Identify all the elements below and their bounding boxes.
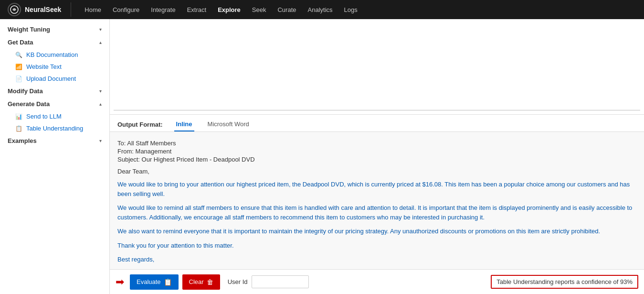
sidebar-item-upload-document[interactable]: 📄 Upload Document [0, 73, 109, 85]
modify-data-chevron: ▾ [99, 88, 102, 94]
logo-text: NeuralSeek [25, 6, 61, 13]
nav-explore[interactable]: Explore [212, 0, 246, 19]
sidebar-item-send-to-llm[interactable]: 📊 Send to LLM [0, 110, 109, 122]
tab-microsoft-word[interactable]: Microsoft Word [206, 118, 251, 131]
email-subject: Subject: Our Highest Priced Item - Deadp… [117, 156, 636, 163]
output-format-label: Output Format: [117, 121, 163, 128]
sidebar-section-examples[interactable]: Examples ▾ [0, 134, 109, 147]
nav-extract[interactable]: Extract [181, 0, 212, 19]
evaluate-icon: 📋 [164, 278, 172, 286]
email-greeting: Dear Team, [117, 168, 636, 175]
sidebar-section-generate-data[interactable]: Generate Data ▴ [0, 98, 109, 110]
nav-analytics[interactable]: Analytics [302, 0, 338, 19]
email-para3: We also want to remind everyone that it … [117, 227, 636, 236]
weight-tuning-label: Weight Tuning [8, 26, 50, 33]
kb-doc-label: KB Documentation [26, 51, 78, 58]
sidebar-item-table-understanding[interactable]: 📋 Table Understanding [0, 122, 109, 134]
generate-data-label: Generate Data [8, 100, 50, 108]
nav-divider [71, 2, 71, 17]
examples-label: Examples [8, 137, 37, 144]
examples-chevron: ▾ [99, 138, 102, 143]
nav-home[interactable]: Home [79, 0, 107, 19]
sidebar-section-weight-tuning[interactable]: Weight Tuning ▾ [0, 23, 109, 36]
logo-icon [8, 3, 21, 16]
nav-logs[interactable]: Logs [338, 0, 363, 19]
nav-configure[interactable]: Configure [107, 0, 145, 19]
table-understanding-icon: 📋 [15, 125, 22, 132]
bottom-bar: ➡ Evaluate 📋 Clear 🗑 User Id Table Under… [110, 269, 644, 294]
email-para2: We would like to remind all staff member… [117, 203, 636, 222]
kb-doc-icon: 🔍 [15, 52, 22, 58]
user-id-label: User Id [228, 278, 248, 285]
sidebar-item-kb-documentation[interactable]: 🔍 KB Documentation [0, 49, 109, 61]
upload-doc-label: Upload Document [26, 75, 76, 82]
main-content: Output Format: Inline Microsoft Word To:… [110, 19, 644, 294]
sidebar-section-get-data[interactable]: Get Data ▴ [0, 36, 109, 49]
modify-data-label: Modify Data [8, 87, 43, 95]
evaluate-button[interactable]: Evaluate 📋 [130, 274, 179, 290]
sidebar: Weight Tuning ▾ Get Data ▴ 🔍 KB Document… [0, 19, 110, 294]
confidence-text: Table Understanding reports a confidence… [496, 278, 633, 285]
email-para1: We would like to bring to your attention… [117, 180, 636, 198]
website-text-label: Website Text [26, 63, 62, 70]
weight-tuning-chevron: ▾ [99, 27, 102, 32]
output-format-bar: Output Format: Inline Microsoft Word [110, 115, 644, 132]
top-navigation: NeuralSeek Home Configure Integrate Extr… [0, 0, 644, 19]
sidebar-section-modify-data[interactable]: Modify Data ▾ [0, 85, 109, 98]
clear-label: Clear [189, 278, 204, 285]
input-textarea-region [110, 19, 644, 115]
email-to: To: All Staff Members [117, 140, 636, 147]
sidebar-item-website-text[interactable]: 📶 Website Text [0, 61, 109, 73]
nav-seek[interactable]: Seek [246, 0, 272, 19]
user-id-input[interactable] [252, 275, 309, 288]
email-best-regards: Best regards, [117, 255, 636, 264]
email-from: From: Management [117, 148, 636, 155]
email-para4: Thank you for your attention to this mat… [117, 241, 636, 250]
clear-button[interactable]: Clear 🗑 [182, 274, 220, 290]
get-data-chevron: ▴ [99, 40, 102, 45]
nav-integrate[interactable]: Integrate [145, 0, 181, 19]
clear-icon: 🗑 [207, 278, 213, 286]
evaluate-label: Evaluate [137, 278, 161, 285]
arrow-indicator: ➡ [116, 276, 124, 288]
tab-inline[interactable]: Inline [174, 118, 194, 131]
main-textarea[interactable] [114, 23, 640, 110]
confidence-badge: Table Understanding reports a confidence… [491, 275, 638, 289]
nav-logo: NeuralSeek [8, 3, 61, 16]
nav-curate[interactable]: Curate [272, 0, 302, 19]
upload-doc-icon: 📄 [15, 76, 22, 82]
main-layout: Weight Tuning ▾ Get Data ▴ 🔍 KB Document… [0, 19, 644, 294]
table-understanding-label: Table Understanding [26, 125, 83, 132]
get-data-label: Get Data [8, 39, 33, 46]
website-text-icon: 📶 [15, 64, 22, 70]
send-llm-icon: 📊 [15, 113, 22, 120]
result-area: To: All Staff Members From: Management S… [110, 132, 644, 269]
send-llm-label: Send to LLM [26, 113, 62, 120]
generate-data-chevron: ▴ [99, 101, 102, 107]
